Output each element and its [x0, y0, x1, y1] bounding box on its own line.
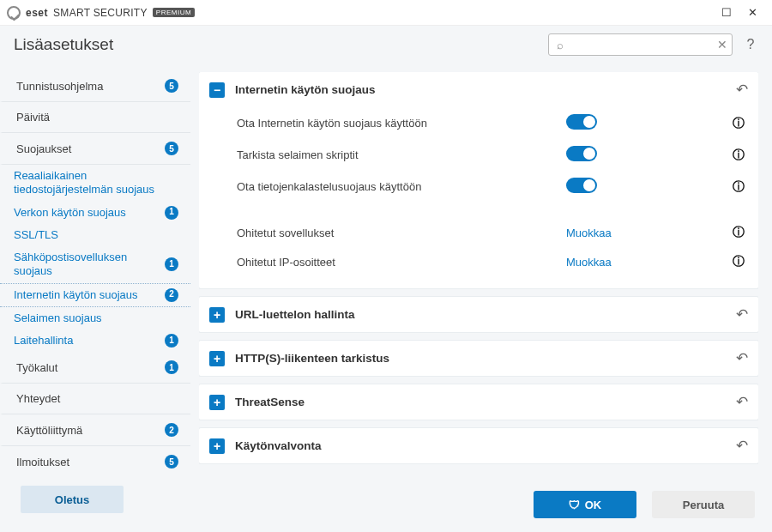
count-badge: 1	[165, 206, 178, 220]
panel-header[interactable]: +Käytönvalvonta↶	[199, 428, 758, 463]
expand-icon[interactable]: +	[209, 395, 225, 410]
header: Lisäasetukset ⌕ ✕ ?	[0, 26, 772, 63]
toggle-switch[interactable]	[566, 178, 597, 193]
sidebar-item-label: Käyttöliittymä	[16, 424, 158, 437]
edit-link[interactable]: Muokkaa	[566, 256, 729, 269]
sidebar-item-label: Sähköpostisovelluksen suojaus	[14, 251, 158, 279]
help-icon[interactable]: ?	[743, 37, 758, 52]
sidebar-item[interactable]: Laitehallinta1	[0, 329, 190, 352]
cancel-button[interactable]: Peruuta	[652, 491, 755, 518]
sidebar-item-label: Internetin käytön suojaus	[14, 288, 158, 302]
panel-header[interactable]: − Internetin käytön suojaus ↶	[199, 72, 758, 107]
panel-collapsed: +URL-luettelon hallinta↶	[199, 297, 758, 332]
panel-header[interactable]: +ThreatSense↶	[199, 384, 758, 420]
search-icon: ⌕	[549, 39, 571, 51]
sidebar-item-label: Yhteydet	[16, 392, 178, 405]
app-logo: eset SMART SECURITY PREMIUM	[7, 6, 195, 20]
sidebar-item-label: Verkon käytön suojaus	[14, 206, 158, 220]
defaults-button[interactable]: Oletus	[21, 486, 124, 513]
panel-title: Käytönvalvonta	[235, 439, 726, 452]
info-icon[interactable]: ⓘ	[729, 116, 748, 131]
expand-icon[interactable]: +	[209, 438, 225, 454]
toggle-switch[interactable]	[566, 146, 597, 161]
panel-title: ThreatSense	[235, 396, 726, 408]
setting-label: Ota tietojenkalastelusuojaus käyttöön	[237, 180, 566, 193]
sidebar-item[interactable]: Sähköpostisovelluksen suojaus1	[0, 246, 190, 283]
sidebar-item[interactable]: SSL/TLS	[0, 224, 190, 246]
panel-internet-protection: − Internetin käytön suojaus ↶ Ota Intern…	[199, 72, 758, 288]
sidebar-item[interactable]: Verkon käytön suojaus1	[0, 202, 190, 224]
count-badge: 1	[165, 257, 178, 271]
sidebar-item[interactable]: Selaimen suojaus	[0, 307, 190, 329]
sidebar-item-label: SSL/TLS	[14, 228, 178, 242]
window-maximize-icon[interactable]: ☐	[714, 4, 739, 21]
undo-icon[interactable]: ↶	[736, 81, 748, 99]
expand-icon[interactable]: +	[209, 351, 225, 366]
undo-icon[interactable]: ↶	[736, 305, 748, 323]
window-close-icon[interactable]: ✕	[739, 4, 765, 21]
titlebar: eset SMART SECURITY PREMIUM ☐ ✕	[0, 0, 772, 26]
search-input[interactable]	[571, 39, 713, 51]
main-content: − Internetin käytön suojaus ↶ Ota Intern…	[190, 63, 772, 532]
count-badge: 5	[165, 79, 178, 93]
setting-row: Ohitetut IP-osoitteetMuokkaaⓘ	[237, 247, 748, 276]
panel-collapsed: +ThreatSense↶	[199, 384, 758, 420]
panel-title: Internetin käytön suojaus	[235, 83, 726, 96]
info-icon[interactable]: ⓘ	[729, 148, 748, 163]
count-badge: 1	[165, 360, 178, 374]
panel-collapsed: +HTTP(S)-liikenteen tarkistus↶	[199, 341, 758, 376]
search-clear-icon[interactable]: ✕	[713, 38, 732, 51]
count-badge: 1	[165, 334, 178, 348]
sidebar-item[interactable]: Yhteydet	[0, 384, 190, 414]
setting-row: Ota tietojenkalastelusuojaus käyttöönⓘ	[237, 171, 748, 203]
info-icon[interactable]: ⓘ	[729, 254, 748, 269]
panel-title: HTTP(S)-liikenteen tarkistus	[235, 352, 726, 365]
panel-collapsed: +Käytönvalvonta↶	[199, 428, 758, 463]
panel-header[interactable]: +URL-luettelon hallinta↶	[199, 297, 758, 332]
count-badge: 2	[165, 423, 178, 437]
ok-button[interactable]: 🛡 OK	[534, 491, 636, 518]
panel-header[interactable]: +HTTP(S)-liikenteen tarkistus↶	[199, 341, 758, 376]
toggle-switch[interactable]	[566, 114, 597, 130]
page-title: Lisäasetukset	[14, 35, 113, 54]
sidebar-item[interactable]: Ilmoitukset5	[0, 446, 190, 477]
sidebar-item[interactable]: Päivitä	[0, 102, 190, 133]
setting-label: Ohitetut sovellukset	[237, 227, 566, 239]
setting-row: Ota Internetin käytön suojaus käyttöönⓘ	[237, 107, 748, 139]
sidebar: Tunnistusohjelma5PäivitäSuojaukset5Reaal…	[0, 63, 190, 532]
sidebar-item[interactable]: Internetin käytön suojaus2	[0, 283, 190, 307]
panel-title: URL-luettelon hallinta	[235, 308, 726, 321]
footer-bar: 🛡 OK Peruuta	[199, 484, 758, 522]
collapse-icon[interactable]: −	[209, 82, 225, 98]
sidebar-item[interactable]: Suojaukset5	[0, 133, 190, 165]
sidebar-item-label: Laitehallinta	[14, 334, 158, 348]
setting-label: Ohitetut IP-osoitteet	[237, 256, 566, 269]
count-badge: 5	[165, 142, 178, 155]
product-name: SMART SECURITY	[53, 7, 148, 19]
count-badge: 2	[165, 288, 178, 302]
sidebar-item-label: Tunnistusohjelma	[16, 80, 158, 93]
undo-icon[interactable]: ↶	[736, 349, 748, 367]
sidebar-item-label: Suojaukset	[16, 142, 158, 155]
undo-icon[interactable]: ↶	[736, 437, 748, 455]
info-icon[interactable]: ⓘ	[729, 225, 748, 240]
setting-label: Ota Internetin käytön suojaus käyttöön	[237, 117, 566, 130]
undo-icon[interactable]: ↶	[736, 393, 748, 411]
sidebar-item[interactable]: Käyttöliittymä2	[0, 414, 190, 446]
shield-icon: 🛡	[569, 499, 580, 511]
brand-eset: eset	[26, 7, 48, 19]
setting-row: Ohitetut sovelluksetMuokkaaⓘ	[237, 218, 748, 247]
sidebar-item-label: Reaaliaikainen tiedostojärjestelmän suoj…	[14, 169, 178, 197]
count-badge: 5	[165, 455, 178, 469]
sidebar-item[interactable]: Tunnistusohjelma5	[0, 70, 190, 102]
sidebar-item-label: Työkalut	[16, 361, 158, 374]
ok-button-label: OK	[585, 499, 602, 511]
setting-row: Tarkista selaimen skriptitⓘ	[237, 139, 748, 171]
info-icon[interactable]: ⓘ	[729, 179, 748, 195]
search-box[interactable]: ⌕ ✕	[548, 33, 733, 56]
edit-link[interactable]: Muokkaa	[566, 227, 729, 239]
sidebar-item[interactable]: Työkalut1	[0, 352, 190, 384]
sidebar-item[interactable]: Reaaliaikainen tiedostojärjestelmän suoj…	[0, 165, 190, 202]
eset-logo-icon	[7, 6, 21, 20]
expand-icon[interactable]: +	[209, 307, 225, 323]
